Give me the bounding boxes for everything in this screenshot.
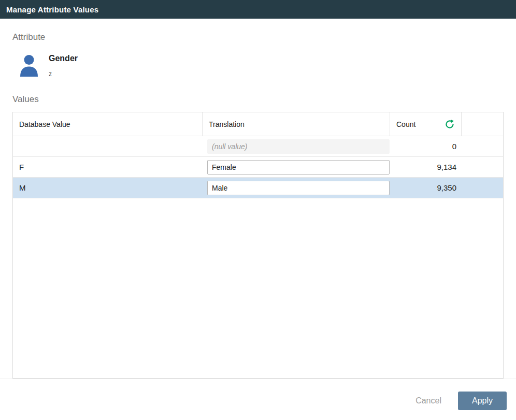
count-cell: 9,134 <box>390 163 462 171</box>
translation-input[interactable] <box>207 139 390 154</box>
database-value-cell: M <box>13 183 203 192</box>
column-header-translation: Translation <box>203 112 390 136</box>
cancel-button[interactable]: Cancel <box>412 392 445 410</box>
dialog-titlebar: Manage Attribute Values <box>0 0 516 19</box>
attribute-section-label: Attribute <box>12 32 504 42</box>
database-value-cell: F <box>13 163 203 171</box>
attribute-texts: Gender z <box>49 53 78 78</box>
apply-button[interactable]: Apply <box>458 392 507 410</box>
values-table-header: Database Value Translation Count <box>13 112 503 136</box>
attribute-info: Gender z <box>12 53 504 78</box>
column-header-count: Count <box>390 112 462 136</box>
attribute-subtitle: z <box>49 70 78 78</box>
values-section-label: Values <box>12 94 504 105</box>
translation-cell <box>203 181 390 195</box>
person-icon <box>17 53 41 78</box>
table-row[interactable]: 0 <box>13 136 503 157</box>
values-table-body: 0F9,134M9,350 <box>13 136 503 378</box>
manage-attribute-values-dialog: Manage Attribute Values Attribute Gender… <box>0 0 516 420</box>
dialog-footer: Cancel Apply <box>0 379 516 420</box>
translation-input[interactable] <box>207 160 390 175</box>
translation-cell <box>203 139 390 154</box>
table-row[interactable]: M9,350 <box>13 178 503 198</box>
column-header-empty <box>462 112 503 136</box>
dialog-title: Manage Attribute Values <box>6 5 98 14</box>
column-header-database-value: Database Value <box>13 112 203 136</box>
count-cell: 0 <box>390 142 462 151</box>
table-row[interactable]: F9,134 <box>13 157 503 178</box>
dialog-content: Attribute Gender z Values Database Value… <box>0 19 516 379</box>
count-cell: 9,350 <box>390 183 462 192</box>
attribute-name: Gender <box>49 54 78 63</box>
refresh-counts-icon[interactable] <box>445 119 455 129</box>
translation-cell <box>203 160 390 175</box>
values-table: Database Value Translation Count 0F9,134… <box>12 112 504 379</box>
translation-input[interactable] <box>207 181 390 195</box>
count-header-label: Count <box>396 120 415 128</box>
